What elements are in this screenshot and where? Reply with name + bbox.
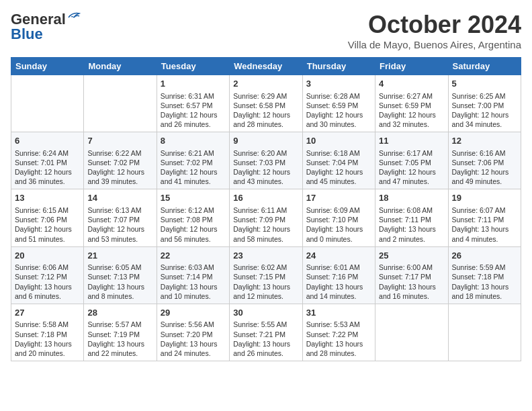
daylight-text: Daylight: 12 hours and 36 minutes. [15, 168, 72, 185]
cell-content: 12Sunrise: 6:16 AMSunset: 7:06 PMDayligh… [452, 135, 517, 186]
daylight-text: Daylight: 12 hours and 30 minutes. [306, 111, 363, 128]
cell-content: 14Sunrise: 6:13 AMSunset: 7:07 PMDayligh… [87, 192, 152, 243]
sunset-text: Sunset: 7:19 PM [87, 330, 140, 338]
day-number: 31 [306, 307, 371, 319]
cell-content: 5Sunrise: 6:25 AMSunset: 7:00 PMDaylight… [452, 78, 517, 129]
weekday-header-tuesday: Tuesday [157, 58, 229, 75]
sunrise-text: Sunrise: 6:02 AM [233, 263, 287, 271]
calendar-cell: 25Sunrise: 6:00 AMSunset: 7:17 PMDayligh… [375, 246, 448, 304]
calendar-week-5: 27Sunrise: 5:58 AMSunset: 7:18 PMDayligh… [11, 304, 521, 361]
cell-content: 8Sunrise: 6:21 AMSunset: 7:02 PMDaylight… [161, 135, 226, 186]
sunset-text: Sunset: 7:11 PM [452, 216, 504, 224]
day-number: 9 [233, 135, 298, 147]
cell-content: 22Sunrise: 6:03 AMSunset: 7:14 PMDayligh… [161, 250, 226, 301]
daylight-text: Daylight: 12 hours and 43 minutes. [233, 168, 290, 185]
daylight-text: Daylight: 12 hours and 34 minutes. [452, 111, 509, 128]
daylight-text: Daylight: 13 hours and 4 minutes. [452, 225, 509, 242]
cell-content: 29Sunrise: 5:56 AMSunset: 7:20 PMDayligh… [161, 307, 226, 358]
calendar-cell: 26Sunrise: 5:59 AMSunset: 7:18 PMDayligh… [448, 246, 521, 304]
sunrise-text: Sunrise: 5:53 AM [306, 320, 360, 328]
cell-content: 30Sunrise: 5:55 AMSunset: 7:21 PMDayligh… [233, 307, 298, 358]
sunrise-text: Sunrise: 6:03 AM [161, 263, 214, 271]
daylight-text: Daylight: 12 hours and 41 minutes. [161, 168, 218, 185]
logo: General Blue [11, 11, 81, 43]
cell-content: 24Sunrise: 6:01 AMSunset: 7:16 PMDayligh… [306, 250, 371, 301]
cell-content: 3Sunrise: 6:28 AMSunset: 6:59 PMDaylight… [306, 78, 371, 129]
daylight-text: Daylight: 13 hours and 0 minutes. [306, 225, 363, 242]
sunrise-text: Sunrise: 6:22 AM [87, 149, 141, 157]
sunset-text: Sunset: 7:06 PM [452, 158, 504, 167]
day-number: 24 [306, 250, 371, 262]
logo-text-blue: Blue [11, 26, 43, 43]
calendar-cell: 13Sunrise: 6:15 AMSunset: 7:06 PMDayligh… [11, 189, 84, 246]
day-number: 30 [233, 307, 298, 319]
daylight-text: Daylight: 12 hours and 51 minutes. [15, 225, 72, 242]
calendar-cell: 15Sunrise: 6:12 AMSunset: 7:08 PMDayligh… [157, 189, 229, 246]
day-number: 16 [233, 192, 298, 204]
sunset-text: Sunset: 7:10 PM [306, 216, 359, 224]
page-header: General Blue October 2024 Villa de Mayo,… [11, 11, 521, 50]
day-number: 1 [161, 78, 226, 90]
sunset-text: Sunset: 7:18 PM [15, 330, 67, 338]
sunrise-text: Sunrise: 5:59 AM [452, 263, 506, 271]
sunrise-text: Sunrise: 6:13 AM [87, 206, 141, 214]
calendar-cell [448, 304, 521, 361]
calendar-cell: 31Sunrise: 5:53 AMSunset: 7:22 PMDayligh… [302, 304, 375, 361]
cell-content: 31Sunrise: 5:53 AMSunset: 7:22 PMDayligh… [306, 307, 371, 358]
weekday-header-monday: Monday [84, 58, 157, 75]
calendar-cell: 2Sunrise: 6:29 AMSunset: 6:58 PMDaylight… [230, 75, 302, 132]
sunrise-text: Sunrise: 5:56 AM [161, 320, 214, 328]
sunset-text: Sunset: 6:57 PM [161, 101, 213, 109]
calendar-cell: 10Sunrise: 6:18 AMSunset: 7:04 PMDayligh… [302, 132, 375, 189]
sunrise-text: Sunrise: 6:07 AM [452, 206, 506, 214]
calendar-cell: 3Sunrise: 6:28 AMSunset: 6:59 PMDaylight… [302, 75, 375, 132]
cell-content: 20Sunrise: 6:06 AMSunset: 7:12 PMDayligh… [15, 250, 80, 301]
daylight-text: Daylight: 13 hours and 2 minutes. [379, 225, 436, 242]
sunrise-text: Sunrise: 6:27 AM [379, 92, 433, 100]
calendar-cell: 20Sunrise: 6:06 AMSunset: 7:12 PMDayligh… [11, 246, 84, 304]
daylight-text: Daylight: 12 hours and 49 minutes. [452, 168, 509, 185]
sunrise-text: Sunrise: 6:29 AM [233, 92, 287, 100]
calendar-cell: 17Sunrise: 6:09 AMSunset: 7:10 PMDayligh… [302, 189, 375, 246]
sunrise-text: Sunrise: 5:58 AM [15, 320, 69, 328]
sunset-text: Sunset: 7:07 PM [87, 216, 140, 224]
daylight-text: Daylight: 13 hours and 26 minutes. [233, 340, 290, 357]
sunrise-text: Sunrise: 6:12 AM [161, 206, 214, 214]
sunrise-text: Sunrise: 6:25 AM [452, 92, 506, 100]
sunrise-text: Sunrise: 6:16 AM [452, 149, 506, 157]
day-number: 4 [379, 78, 444, 90]
sunrise-text: Sunrise: 6:01 AM [306, 263, 360, 271]
sunset-text: Sunset: 7:05 PM [379, 158, 431, 167]
calendar-week-1: 1Sunrise: 6:31 AMSunset: 6:57 PMDaylight… [11, 75, 521, 132]
cell-content: 21Sunrise: 6:05 AMSunset: 7:13 PMDayligh… [87, 250, 152, 301]
calendar-week-4: 20Sunrise: 6:06 AMSunset: 7:12 PMDayligh… [11, 246, 521, 304]
calendar-cell: 7Sunrise: 6:22 AMSunset: 7:02 PMDaylight… [84, 132, 157, 189]
day-number: 21 [87, 250, 152, 262]
daylight-text: Daylight: 13 hours and 24 minutes. [161, 340, 218, 357]
daylight-text: Daylight: 13 hours and 22 minutes. [87, 340, 144, 357]
sunset-text: Sunset: 7:11 PM [379, 216, 431, 224]
calendar-cell: 14Sunrise: 6:13 AMSunset: 7:07 PMDayligh… [84, 189, 157, 246]
calendar-cell: 21Sunrise: 6:05 AMSunset: 7:13 PMDayligh… [84, 246, 157, 304]
calendar-cell: 28Sunrise: 5:57 AMSunset: 7:19 PMDayligh… [84, 304, 157, 361]
sunset-text: Sunset: 7:02 PM [161, 158, 213, 167]
cell-content: 9Sunrise: 6:20 AMSunset: 7:03 PMDaylight… [233, 135, 298, 186]
sunrise-text: Sunrise: 6:28 AM [306, 92, 360, 100]
day-number: 8 [161, 135, 226, 147]
day-number: 18 [379, 192, 444, 204]
sunset-text: Sunset: 7:00 PM [452, 101, 504, 109]
sunset-text: Sunset: 7:13 PM [87, 273, 140, 281]
sunrise-text: Sunrise: 6:09 AM [306, 206, 360, 214]
cell-content: 26Sunrise: 5:59 AMSunset: 7:18 PMDayligh… [452, 250, 517, 301]
daylight-text: Daylight: 13 hours and 8 minutes. [87, 283, 144, 300]
calendar-cell: 12Sunrise: 6:16 AMSunset: 7:06 PMDayligh… [448, 132, 521, 189]
sunset-text: Sunset: 7:06 PM [15, 216, 67, 224]
sunrise-text: Sunrise: 6:31 AM [161, 92, 214, 100]
weekday-header-sunday: Sunday [11, 58, 84, 75]
day-number: 6 [15, 135, 80, 147]
day-number: 19 [452, 192, 517, 204]
calendar-cell: 5Sunrise: 6:25 AMSunset: 7:00 PMDaylight… [448, 75, 521, 132]
cell-content: 28Sunrise: 5:57 AMSunset: 7:19 PMDayligh… [87, 307, 152, 358]
weekday-header-wednesday: Wednesday [230, 58, 302, 75]
calendar-cell: 8Sunrise: 6:21 AMSunset: 7:02 PMDaylight… [157, 132, 229, 189]
